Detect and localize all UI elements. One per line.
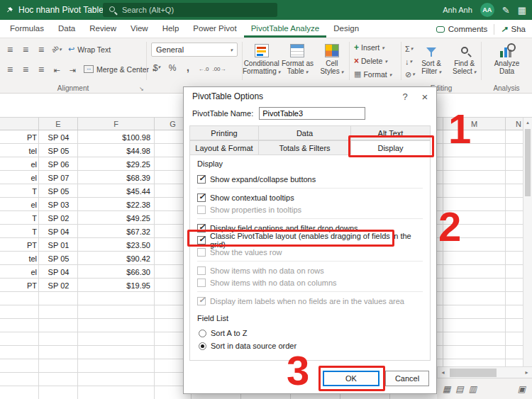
avatar[interactable]: AA <box>480 3 494 17</box>
align-top-button[interactable] <box>3 43 17 57</box>
analyze-data-button[interactable]: Analyze Data <box>482 38 532 75</box>
increase-indent-button[interactable] <box>65 62 79 77</box>
sheet-cell[interactable]: $100.98 <box>78 133 155 142</box>
horizontal-scrollbar[interactable] <box>437 366 532 378</box>
scroll-right-icon[interactable] <box>521 367 532 378</box>
sheet-cell[interactable]: $19.95 <box>78 281 155 290</box>
sheet-cell[interactable]: $66.30 <box>78 268 155 276</box>
tab-formulas[interactable]: Formulas <box>3 20 51 38</box>
comma-style-button[interactable] <box>181 60 195 74</box>
column-header-f[interactable]: F <box>78 118 155 130</box>
tab-review[interactable]: Review <box>82 20 123 38</box>
sheet-cell[interactable]: PT <box>0 241 39 249</box>
dialog-tab-layout-format[interactable]: Layout & Format <box>189 140 259 155</box>
increase-decimal-button[interactable] <box>196 60 211 74</box>
option-show-contextual-tooltips[interactable]: Show contextual tooltips <box>197 191 423 203</box>
tab-power-pivot[interactable]: Power Pivot <box>186 20 243 38</box>
help-icon[interactable] <box>395 87 415 106</box>
percent-style-button[interactable] <box>165 60 179 74</box>
search-box[interactable]: Search (Alt+Q) <box>103 3 277 17</box>
sheet-cell[interactable]: SP 05 <box>39 147 78 155</box>
decrease-indent-button[interactable] <box>50 62 64 77</box>
delete-button[interactable]: Delete <box>350 54 401 67</box>
tab-data[interactable]: Data <box>51 20 82 38</box>
vertical-scrollbar[interactable] <box>523 118 532 366</box>
normal-view-icon[interactable] <box>443 384 450 394</box>
option-show-items-no-data-rows[interactable]: Show items with no data on rows <box>197 264 423 276</box>
sheet-cell[interactable]: $45.44 <box>78 187 155 196</box>
edit-pen-icon[interactable]: ✎ <box>502 6 510 15</box>
sheet-cell[interactable]: SP 04 <box>39 227 78 236</box>
dialog-tab-totals-filters[interactable]: Totals & Filters <box>258 140 351 155</box>
sheet-cell[interactable]: $23.50 <box>78 241 155 249</box>
radio-sort-a-to-z[interactable]: Sort A to Z <box>199 327 423 339</box>
tab-help[interactable]: Help <box>155 20 187 38</box>
sheet-cell[interactable]: SP 04 <box>39 133 78 142</box>
accounting-format-button[interactable] <box>150 60 164 74</box>
alignment-dialog-launcher-icon[interactable] <box>139 84 144 92</box>
horizontal-scroll-track[interactable] <box>448 367 521 378</box>
insert-button[interactable]: Insert <box>350 40 401 54</box>
sheet-cell[interactable]: SP 05 <box>39 254 78 263</box>
dialog-tab-data[interactable]: Data <box>258 125 351 140</box>
align-left-button[interactable] <box>3 62 17 77</box>
sheet-cell[interactable]: SP 05 <box>39 187 78 196</box>
horizontal-scroll-thumb[interactable] <box>450 369 497 377</box>
sort-filter-button[interactable]: Sort & Filter <box>415 38 448 84</box>
comments-button[interactable]: Comments <box>430 25 494 33</box>
share-button[interactable]: Sha <box>494 25 532 34</box>
wrap-text-button[interactable]: Wrap Text <box>65 45 113 54</box>
sheet-cell[interactable]: $29.25 <box>78 160 155 169</box>
document-title[interactable]: Hoc nhanh Pivot Table <box>18 5 104 15</box>
sheet-cell[interactable]: $44.98 <box>78 147 155 155</box>
close-icon[interactable] <box>415 87 435 106</box>
sheet-cell[interactable]: $68.39 <box>78 174 155 182</box>
sheet-cell[interactable]: SP 06 <box>39 160 78 169</box>
radio-sort-data-source-order[interactable]: Sort in data source order <box>199 340 423 352</box>
format-button[interactable]: Format <box>350 67 401 81</box>
zoom-icon[interactable] <box>518 384 526 394</box>
pivottable-name-input[interactable] <box>259 107 365 120</box>
sheet-cell[interactable]: tel <box>0 147 39 155</box>
cancel-button[interactable]: Cancel <box>385 371 429 386</box>
clear-button[interactable] <box>405 68 415 80</box>
sheet-cell[interactable]: T <box>0 227 39 236</box>
option-show-items-no-data-columns[interactable]: Show items with no data on columns <box>197 276 423 288</box>
sheet-cell[interactable]: PT <box>0 281 39 290</box>
conditional-formatting-button[interactable]: Conditional Formatting <box>243 38 280 84</box>
sheet-cell[interactable]: el <box>0 201 39 209</box>
fill-button[interactable] <box>405 55 415 67</box>
column-header[interactable] <box>0 118 39 130</box>
sheet-cell[interactable]: SP 04 <box>39 268 78 276</box>
sheet-cell[interactable]: T <box>0 187 39 196</box>
scroll-up-icon[interactable] <box>523 118 532 127</box>
align-right-button[interactable] <box>34 62 48 77</box>
sheet-cell[interactable]: el <box>0 160 39 169</box>
tab-design[interactable]: Design <box>326 20 366 38</box>
sheet-cell[interactable]: PT <box>0 133 39 142</box>
find-select-button[interactable]: Find & Select <box>448 38 481 84</box>
option-display-item-labels-no-fields[interactable]: Display item labels when no fields are i… <box>197 295 423 307</box>
number-format-select[interactable]: General <box>151 43 238 57</box>
column-header-e[interactable]: E <box>39 118 78 130</box>
page-break-view-icon[interactable] <box>469 384 477 394</box>
sheet-cell[interactable]: $22.38 <box>78 201 155 209</box>
sheet-cell[interactable]: SP 02 <box>39 214 78 223</box>
align-bottom-button[interactable] <box>34 43 48 57</box>
sheet-cell[interactable]: T <box>0 214 39 223</box>
dialog-tab-printing[interactable]: Printing <box>189 125 259 140</box>
sheet-cell[interactable]: el <box>0 174 39 182</box>
scroll-left-icon[interactable] <box>438 367 448 378</box>
option-show-properties-in-tooltips[interactable]: Show properties in tooltips <box>197 203 423 215</box>
sheet-cell[interactable]: $90.42 <box>78 254 155 263</box>
sheet-cell[interactable]: SP 07 <box>39 174 78 182</box>
align-middle-button[interactable] <box>18 43 33 57</box>
tab-pivottable-analyze[interactable]: PivotTable Analyze <box>244 20 327 38</box>
sheet-cell[interactable]: $49.25 <box>78 214 155 223</box>
sheet-cell[interactable]: SP 01 <box>39 241 78 249</box>
format-as-table-button[interactable]: Format as Table <box>280 38 314 84</box>
app-grid-icon[interactable]: ▦ <box>518 6 526 15</box>
cell-styles-button[interactable]: Cell Styles <box>315 38 349 84</box>
align-center-button[interactable] <box>18 62 33 77</box>
orientation-button[interactable] <box>50 43 64 57</box>
